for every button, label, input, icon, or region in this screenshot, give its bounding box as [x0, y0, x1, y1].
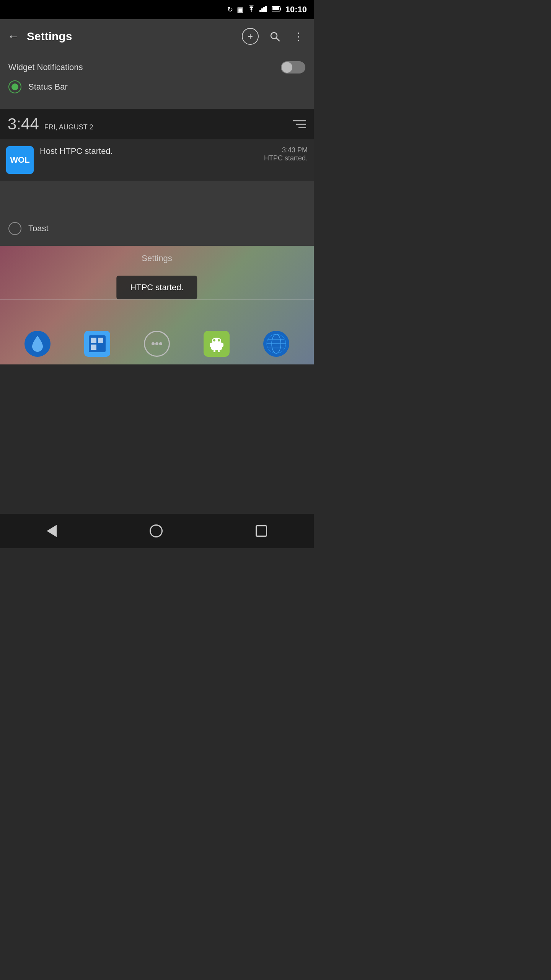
svg-rect-24 [218, 350, 220, 352]
svg-rect-23 [214, 350, 215, 352]
sync-icon: ↻ [227, 5, 233, 14]
toggle-knob [282, 62, 292, 73]
notif-subtitle: HTPC started. [264, 154, 308, 162]
drop-icon [31, 335, 44, 353]
app-icon-robot[interactable] [204, 331, 230, 357]
widget-notifications-label: Widget Notifications [8, 62, 274, 72]
nav-bar [0, 514, 314, 548]
svg-rect-0 [259, 10, 261, 12]
svg-point-20 [218, 339, 220, 341]
svg-rect-5 [272, 7, 279, 10]
home-divider [0, 299, 314, 300]
svg-rect-6 [280, 8, 281, 10]
settings-area: Widget Notifications Status Bar [0, 54, 314, 109]
status-bar-label: Status Bar [28, 82, 305, 92]
back-triangle-icon [47, 525, 57, 537]
app-icon-box[interactable] [84, 331, 110, 357]
toast-label: Toast [28, 224, 305, 234]
notif-meta: 3:43 PM HTPC started. [264, 146, 308, 162]
notif-app-icon: WOL [6, 146, 34, 174]
box-icon [86, 332, 109, 355]
app-bar-actions: + ⋮ [242, 28, 306, 45]
svg-rect-1 [261, 8, 263, 12]
toast-radio[interactable] [8, 222, 21, 235]
toast-popup: HTPC started. [116, 276, 197, 299]
add-button[interactable]: + [242, 28, 259, 45]
search-button[interactable] [267, 29, 282, 44]
notif-title: Host HTPC started. [40, 146, 258, 156]
app-icons-row [0, 331, 314, 357]
svg-rect-21 [210, 343, 212, 347]
search-icon [269, 31, 280, 42]
nav-home-button[interactable] [150, 524, 163, 537]
app-bar: ← Settings + ⋮ [0, 19, 314, 54]
svg-rect-11 [91, 338, 96, 343]
radio-inner [11, 83, 18, 90]
notification-item[interactable]: WOL Host HTPC started. 3:43 PM HTPC star… [0, 139, 314, 181]
notif-date: FRI, AUGUST 2 [44, 123, 93, 131]
notif-line-1 [293, 120, 306, 121]
dots-icon [151, 342, 163, 346]
app-icon-drop[interactable] [24, 331, 51, 357]
notification-header: 3:44 FRI, AUGUST 2 [0, 109, 314, 139]
back-button[interactable]: ← [8, 30, 19, 43]
status-time: 10:10 [285, 5, 307, 15]
svg-rect-3 [265, 6, 267, 12]
more-icon: ⋮ [293, 30, 304, 43]
notif-timestamp: 3:43 PM [264, 146, 308, 154]
app-icon-dots[interactable] [144, 331, 170, 357]
page-title: Settings [27, 30, 234, 43]
widget-notifications-row: Widget Notifications [8, 61, 305, 74]
status-bar: ↻ ▣ 10:10 [0, 0, 314, 19]
svg-point-16 [159, 342, 162, 345]
notif-content: Host HTPC started. [40, 146, 258, 156]
svg-line-8 [276, 38, 279, 41]
status-bar-row[interactable]: Status Bar [8, 80, 305, 93]
svg-point-15 [155, 342, 158, 345]
status-bar-radio[interactable] [8, 80, 21, 93]
globe-icon [266, 333, 287, 354]
notif-time: 3:44 [8, 115, 39, 133]
notification-panel: 3:44 FRI, AUGUST 2 WOL Host HTPC started… [0, 109, 314, 181]
nav-recent-button[interactable] [256, 525, 267, 537]
nav-back-button[interactable] [47, 525, 57, 537]
svg-point-19 [213, 339, 215, 341]
recent-square-icon [256, 525, 267, 537]
wifi-icon [247, 5, 256, 14]
robot-icon [208, 335, 225, 352]
toast-section: Toast [0, 211, 314, 246]
widget-notifications-toggle[interactable] [281, 61, 305, 74]
notif-time-section: 3:44 FRI, AUGUST 2 [8, 115, 93, 133]
svg-rect-2 [263, 7, 265, 12]
notif-line-3 [298, 127, 306, 128]
large-empty-area [0, 364, 314, 514]
tablet-icon: ▣ [237, 5, 243, 14]
svg-rect-13 [91, 345, 96, 350]
svg-point-14 [152, 342, 155, 345]
svg-rect-12 [98, 338, 103, 343]
gap-area [0, 181, 314, 211]
app-icon-globe[interactable] [263, 331, 289, 357]
more-button[interactable]: ⋮ [291, 29, 306, 44]
home-circle-icon [150, 524, 163, 537]
notif-line-2 [296, 124, 306, 125]
add-icon: + [248, 31, 253, 42]
home-settings-label: Settings [142, 253, 172, 263]
signal-icon [259, 5, 268, 14]
svg-rect-22 [221, 343, 223, 347]
home-preview: Settings HTPC started. [0, 246, 314, 364]
toast-message: HTPC started. [130, 283, 183, 292]
notif-lines-icon[interactable] [293, 120, 306, 128]
battery-icon [272, 5, 282, 14]
